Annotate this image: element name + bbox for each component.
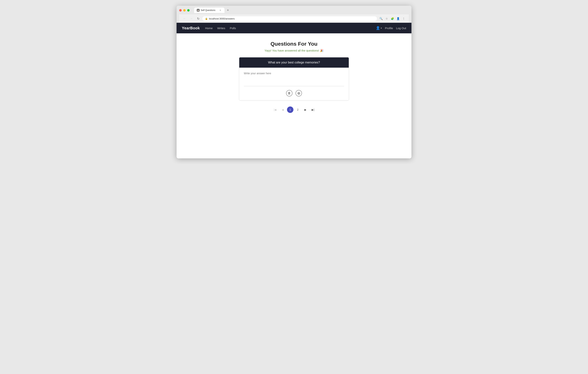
delete-button[interactable]: 🗑 (286, 90, 293, 96)
nav-home[interactable]: Home (205, 27, 213, 30)
question-card: What are your best college memories? 🗑 ⊕ (239, 57, 349, 100)
question-body: 🗑 ⊕ (239, 68, 349, 100)
main-content: Questions For You Yayy! You have answere… (177, 33, 411, 158)
browser-controls: 📋 Self Questions × + (179, 8, 409, 13)
close-button[interactable] (179, 9, 182, 11)
trash-icon: 🗑 (288, 92, 291, 95)
tab-close-button[interactable]: × (219, 9, 222, 12)
active-tab[interactable]: 📋 Self Questions × (194, 8, 224, 13)
star-icon[interactable]: ☆ (384, 16, 389, 21)
back-button[interactable]: ← (182, 16, 187, 21)
profile-link[interactable]: Profile (385, 27, 393, 30)
url-text: localhost:3000/answers (209, 17, 374, 20)
nav-links: Home Writes Polls (205, 27, 236, 30)
answer-textarea[interactable] (244, 71, 344, 86)
question-text: What are your best college memories? (268, 61, 320, 64)
prev-page-button[interactable]: ◀ (279, 107, 286, 113)
address-bar-container: ← → ↻ 🔒 localhost:3000/answers 🔍 ☆ 🧩 👤 ⋮ (179, 14, 409, 23)
new-tab-button[interactable]: + (225, 8, 231, 13)
logout-button[interactable]: Log Out (396, 27, 406, 30)
plus-circle-icon: ⊕ (297, 91, 300, 96)
question-header: What are your best college memories? (239, 57, 349, 68)
page-2-button[interactable]: 2 (294, 107, 301, 113)
maximize-button[interactable] (187, 9, 190, 11)
tab-favicon: 📋 (197, 9, 200, 11)
pagination: |◀ ◀ 1 2 ▶ ▶| (272, 107, 316, 113)
minimize-button[interactable] (183, 9, 186, 11)
nav-writes[interactable]: Writes (217, 27, 225, 30)
page-1-button[interactable]: 1 (287, 107, 294, 113)
extensions-icon[interactable]: 🧩 (390, 16, 395, 21)
first-page-button[interactable]: |◀ (272, 107, 278, 113)
nav-right: 👤 ▾ Profile Log Out (376, 26, 406, 30)
page-title: Questions For You (271, 41, 317, 47)
user-chevron-icon: ▾ (381, 27, 382, 29)
user-menu-icon[interactable]: 👤 ▾ (376, 26, 382, 30)
next-page-button[interactable]: ▶ (302, 107, 309, 113)
last-page-button[interactable]: ▶| (310, 107, 316, 113)
search-icon[interactable]: 🔍 (378, 16, 383, 21)
lock-icon: 🔒 (205, 17, 208, 20)
forward-button[interactable]: → (189, 16, 194, 21)
app-navbar: YearBook Home Writes Polls 👤 ▾ Profile L… (177, 23, 411, 33)
brand-logo[interactable]: YearBook (182, 26, 200, 30)
add-button[interactable]: ⊕ (295, 90, 302, 96)
card-actions: 🗑 ⊕ (244, 90, 344, 96)
menu-icon[interactable]: ⋮ (401, 16, 406, 21)
toolbar-icons: 🔍 ☆ 🧩 👤 ⋮ (378, 16, 406, 21)
profile-avatar-icon[interactable]: 👤 (396, 16, 400, 21)
reload-button[interactable]: ↻ (196, 16, 201, 21)
browser-tabs: 📋 Self Questions × + (194, 8, 231, 13)
user-avatar-icon: 👤 (376, 26, 380, 30)
success-message: Yayy! You have answered all the question… (264, 49, 323, 52)
browser-window: 📋 Self Questions × + ← → ↻ 🔒 localhost:3… (177, 6, 411, 158)
tab-title: Self Questions (201, 9, 215, 11)
url-bar[interactable]: 🔒 localhost:3000/answers (202, 16, 377, 21)
nav-polls[interactable]: Polls (230, 27, 236, 30)
browser-titlebar: 📋 Self Questions × + ← → ↻ 🔒 localhost:3… (177, 6, 411, 23)
